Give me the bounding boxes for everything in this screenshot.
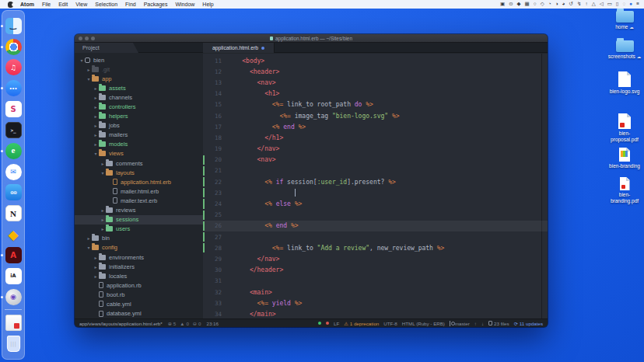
apple-logo-icon[interactable] (8, 2, 13, 8)
code-line-15[interactable]: 15 <%= link_to root_path do %> (203, 99, 548, 110)
close-button[interactable] (79, 37, 82, 40)
code-line-11[interactable]: 11 <body> (203, 55, 548, 66)
tree-item-assets[interactable]: ▸assets (75, 83, 203, 92)
tree-item-comments[interactable]: ▸comments (75, 158, 203, 168)
chevron-right-icon[interactable]: ▸ (93, 95, 99, 100)
notification-center-icon[interactable]: ≡ (636, 2, 639, 7)
screen-mirroring-icon[interactable]: ▣ (500, 2, 505, 7)
dock-item-sketch[interactable] (5, 226, 22, 242)
chevron-right-icon[interactable]: ▸ (86, 235, 92, 241)
tree-item-mailers[interactable]: ▸mailers (75, 131, 203, 140)
tree-item-reviews[interactable]: ▸reviews (75, 206, 203, 215)
circle-icon[interactable]: ○ (534, 2, 537, 7)
app-window-icon[interactable]: ▦ (525, 2, 530, 7)
dock-item-slack[interactable] (5, 101, 22, 117)
tree-item-views[interactable]: ▾views (75, 149, 203, 158)
code-line-13[interactable]: 13 <nav> (203, 77, 548, 88)
dock-item-terminal[interactable] (5, 122, 22, 138)
status-deprecation[interactable]: ⚠ 1 deprecation (344, 321, 379, 326)
menu-atom[interactable]: Atom (20, 2, 34, 7)
code-line-32[interactable]: 32 <main> (203, 287, 548, 298)
code-line-26[interactable]: 26 <% end %> (203, 221, 548, 231)
tree-item-jobs[interactable]: ▸jobs (75, 121, 203, 131)
code-line-27[interactable]: 27 (203, 231, 548, 242)
dock-item-notion[interactable] (5, 205, 22, 221)
tab-application-html-erb[interactable]: application.html.erb (203, 43, 275, 53)
status-grammar[interactable]: HTML (Ruby - ERB) (402, 321, 445, 326)
minimize-button[interactable] (85, 37, 89, 40)
tree-item-mailer-text-erb[interactable]: mailer.text.erb (75, 196, 203, 205)
info-icon[interactable]: ⊙ (509, 2, 513, 7)
status-file-path[interactable]: app/views/layouts/application.html.erb* (79, 321, 163, 326)
code-line-19[interactable]: 19 </nav> (203, 144, 548, 155)
chevron-right-icon[interactable]: ▸ (93, 123, 99, 128)
menu-window[interactable]: Window (175, 2, 194, 7)
chevron-right-icon[interactable]: ▸ (93, 85, 99, 91)
desktop-icon-screenshots[interactable]: screenshots ☁ (606, 40, 643, 61)
desktop-icon-bien-logo-svg[interactable]: bien-logo.svg (606, 71, 643, 95)
dock-item-trash[interactable] (5, 336, 22, 352)
status-line-ending[interactable]: LF (334, 321, 339, 326)
code-line-23[interactable]: 23 (203, 187, 548, 198)
chevron-down-icon[interactable]: ▾ (86, 245, 92, 250)
clock2-icon[interactable]: ◑ (555, 2, 558, 7)
dock-item-finder[interactable] (5, 18, 22, 34)
dock-item-chrome[interactable] (5, 39, 22, 55)
chevron-right-icon[interactable]: ▸ (100, 217, 106, 222)
code-editor[interactable]: 11 <body>12 <header>13 <nav>14 <h1>15 <%… (203, 54, 548, 318)
chevron-right-icon[interactable]: ▸ (100, 226, 106, 231)
battery-icon[interactable]: ▯ (616, 2, 619, 7)
chevron-right-icon[interactable]: ▸ (100, 161, 106, 166)
desktop-icon-bien-branding[interactable]: bien-branding (606, 148, 643, 169)
code-line-20[interactable]: 20 <nav> (203, 155, 548, 165)
git-pull-icon[interactable]: ↓ (481, 321, 484, 326)
zoom-button[interactable] (91, 37, 95, 40)
time-machine-icon[interactable]: ↺ (569, 2, 573, 7)
chevron-right-icon[interactable]: ▸ (93, 255, 99, 260)
tree-item-bien[interactable]: ▾bien (75, 55, 203, 64)
status-files-count[interactable]: 23 files (488, 321, 509, 326)
code-line-30[interactable]: 30 </header> (203, 265, 548, 276)
tree-item-controllers[interactable]: ▸controllers (75, 102, 203, 111)
bolt-icon[interactable]: ↯ (577, 2, 581, 7)
code-line-29[interactable]: 29 </nav> (203, 253, 548, 264)
code-line-34[interactable]: 34 </main> (203, 308, 548, 318)
menu-edit[interactable]: Edit (58, 2, 68, 7)
dock-item-evernote[interactable] (5, 143, 22, 159)
code-line-31[interactable]: 31 (203, 276, 548, 287)
menu-file[interactable]: File (42, 2, 51, 7)
chevron-right-icon[interactable]: ▸ (93, 113, 99, 119)
chevron-right-icon[interactable]: ▸ (100, 207, 106, 213)
tree-item-environments[interactable]: ▸environments (75, 252, 203, 262)
code-line-28[interactable]: 28 <%= link_to "Add a review", new_revie… (203, 242, 548, 253)
volume-icon[interactable]: ◁ (600, 2, 604, 7)
desktop-icon-bien-proposal-pdf[interactable]: bien-proposal.pdf (606, 113, 643, 142)
dock-item-ia-writer[interactable] (5, 268, 22, 284)
chevron-down-icon[interactable]: ▾ (100, 170, 106, 176)
code-line-21[interactable]: 21 (203, 165, 548, 176)
menu-view[interactable]: View (75, 2, 87, 7)
status-encoding[interactable]: UTF-8 (383, 321, 397, 326)
chevron-right-icon[interactable]: ▸ (93, 141, 99, 147)
code-line-14[interactable]: 14 <h1> (203, 89, 548, 99)
desktop-icon-home[interactable]: home ☁ (606, 11, 643, 31)
wifi-icon[interactable]: △ (592, 2, 596, 7)
dock-item-messages[interactable] (5, 80, 22, 96)
chevron-down-icon[interactable]: ▾ (79, 57, 85, 63)
desktop-icon-bien-branding-pdf[interactable]: bien-branding.pdf (606, 177, 643, 204)
siri-icon[interactable]: ● (629, 2, 632, 7)
airplay-icon[interactable]: ↑ (585, 2, 587, 7)
chevron-down-icon[interactable]: ▾ (93, 151, 99, 156)
tree-item-models[interactable]: ▸models (75, 140, 203, 149)
chevron-right-icon[interactable]: ▸ (93, 104, 99, 110)
chevron-down-icon[interactable]: ▾ (86, 76, 92, 82)
display-icon[interactable]: ▭ (607, 2, 612, 7)
chevron-right-icon[interactable]: ▸ (93, 132, 99, 137)
tree-item-config[interactable]: ▾config (75, 243, 203, 252)
tree-item-bin[interactable]: ▸bin (75, 234, 203, 243)
menu-help[interactable]: Help (202, 2, 213, 7)
tree-item-helpers[interactable]: ▸helpers (75, 112, 203, 121)
code-line-17[interactable]: 17 <% end %> (203, 121, 548, 132)
modified-indicator-icon[interactable] (261, 47, 264, 50)
tree-item-boot-rb[interactable]: boot.rb (75, 290, 203, 299)
